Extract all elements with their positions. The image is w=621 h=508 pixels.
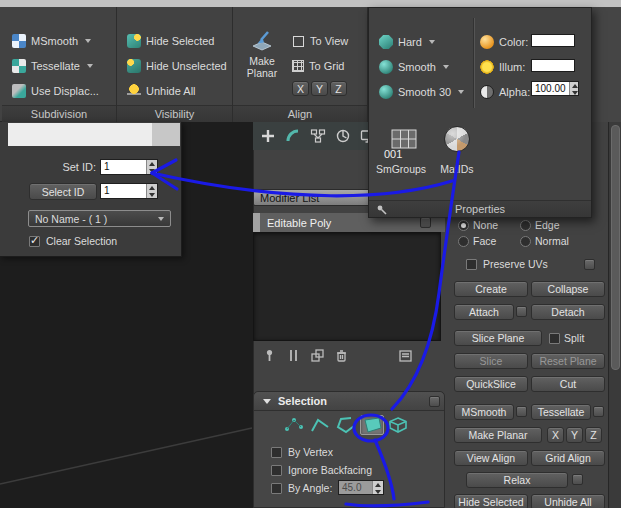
split-checkbox[interactable] xyxy=(549,333,560,344)
motion-tab-icon[interactable] xyxy=(335,128,351,144)
edge-mode-button[interactable] xyxy=(308,415,332,435)
by-angle-checkbox[interactable] xyxy=(271,483,282,494)
collapse-button[interactable]: Collapse xyxy=(531,281,605,297)
select-id-button[interactable]: Select ID xyxy=(29,183,97,200)
tessellate-eg-button[interactable]: Tessellate xyxy=(531,404,591,420)
scrollbar-thumb[interactable] xyxy=(611,125,620,370)
edge-icon xyxy=(309,416,331,434)
align-x-button[interactable]: X xyxy=(292,81,309,96)
object-name-field[interactable]: 001 xyxy=(384,148,402,160)
msmooth-settings-box[interactable] xyxy=(516,406,527,417)
create-button[interactable]: Create xyxy=(454,281,528,297)
to-grid-button[interactable]: To Grid xyxy=(292,56,344,76)
attach-button[interactable]: Attach xyxy=(454,304,514,320)
configure-modifier-sets-icon[interactable] xyxy=(398,348,413,363)
clear-selection-checkbox[interactable] xyxy=(29,236,40,247)
panel-scrollbar[interactable] xyxy=(608,122,621,508)
make-planar-big-button[interactable]: Make Planar xyxy=(238,29,286,105)
constraint-none-radio[interactable] xyxy=(458,220,469,231)
tessellate-ribbon-button[interactable]: Tessellate xyxy=(12,56,93,76)
smooth-button[interactable]: Smooth xyxy=(379,57,449,77)
material-name-dropdown[interactable]: No Name - ( 1 ) xyxy=(28,210,171,227)
slice-plane-button[interactable]: Slice Plane xyxy=(454,330,542,346)
stack-item-settings-box[interactable] xyxy=(420,217,431,228)
preserve-uvs-settings-box[interactable] xyxy=(584,259,595,270)
constraint-normal-radio[interactable] xyxy=(520,236,531,247)
illum-swatch[interactable] xyxy=(531,59,575,72)
smooth-30-button[interactable]: Smooth 30 xyxy=(379,82,464,102)
alpha-field[interactable]: 100.00 xyxy=(531,81,579,96)
msmooth-eg-button[interactable]: MSmooth xyxy=(454,404,514,420)
modify-tab-icon[interactable] xyxy=(285,128,301,144)
cut-button[interactable]: Cut xyxy=(531,376,605,392)
align-y-button[interactable]: Y xyxy=(311,81,328,96)
show-end-result-icon[interactable] xyxy=(286,348,301,363)
unhide-all-ribbon-button[interactable]: Unhide All xyxy=(127,81,196,101)
hard-button[interactable]: Hard xyxy=(379,32,435,52)
set-id-field[interactable]: 1 xyxy=(100,159,158,175)
quickslice-button[interactable]: QuickSlice xyxy=(454,376,528,392)
matids-button[interactable] xyxy=(444,126,470,152)
stack-item-active-toggle[interactable] xyxy=(253,213,260,232)
create-tab-icon[interactable] xyxy=(260,128,276,144)
relax-settings-box[interactable] xyxy=(572,474,583,485)
select-id-field[interactable]: 1 xyxy=(100,183,158,199)
remove-modifier-icon[interactable] xyxy=(334,348,349,363)
unhide-all-eg-button[interactable]: Unhide All xyxy=(531,494,605,508)
detach-button[interactable]: Detach xyxy=(531,304,605,320)
set-id-spinner[interactable] xyxy=(146,160,157,174)
constraint-edge-radio[interactable] xyxy=(520,220,531,231)
material-name-value: No Name - ( 1 ) xyxy=(35,213,156,225)
planar-z-button[interactable]: Z xyxy=(585,427,602,443)
pushpin-icon[interactable] xyxy=(376,204,388,216)
border-mode-button[interactable] xyxy=(334,415,358,435)
by-angle-spinner[interactable] xyxy=(372,481,383,494)
to-view-button[interactable]: To View xyxy=(292,31,348,51)
selection-rollout-header[interactable]: Selection xyxy=(254,392,444,411)
hide-selected-eg-button[interactable]: Hide Selected xyxy=(454,494,528,508)
constraint-none[interactable]: None xyxy=(458,219,498,231)
align-z-button[interactable]: Z xyxy=(330,81,347,96)
planar-x-button[interactable]: X xyxy=(547,427,564,443)
rollout-collapse-icon xyxy=(263,399,271,404)
attach-settings-box[interactable] xyxy=(516,306,527,317)
visibility-section-label: Visibility xyxy=(117,105,232,122)
by-angle-value: 45.0 xyxy=(339,481,372,494)
select-id-spinner[interactable] xyxy=(146,184,157,198)
hierarchy-tab-icon[interactable] xyxy=(310,128,326,144)
use-displace-label: Use Displac... xyxy=(31,85,99,97)
alpha-spinner[interactable] xyxy=(569,82,578,95)
by-vertex-checkbox[interactable] xyxy=(271,447,282,458)
modifier-stack-list[interactable] xyxy=(253,232,441,341)
view-align-button[interactable]: View Align xyxy=(454,450,528,466)
preserve-uvs-checkbox[interactable] xyxy=(466,259,477,270)
make-unique-icon[interactable] xyxy=(310,348,325,363)
relax-button[interactable]: Relax xyxy=(466,472,568,488)
selection-rollout-box[interactable] xyxy=(429,396,440,407)
ignore-backfacing-checkbox[interactable] xyxy=(271,465,282,476)
constraint-face[interactable]: Face xyxy=(458,235,496,247)
constraint-normal[interactable]: Normal xyxy=(520,235,569,247)
grid-align-button[interactable]: Grid Align xyxy=(531,450,605,466)
polygon-mode-button[interactable] xyxy=(360,415,384,435)
element-mode-button[interactable] xyxy=(386,415,410,435)
reset-plane-button[interactable]: Reset Plane xyxy=(531,353,605,369)
msmooth-ribbon-button[interactable]: MSmooth xyxy=(12,31,91,51)
properties-flyout: Hard Smooth Smooth 30 Color: Illum: Alph… xyxy=(368,7,592,218)
planar-y-button[interactable]: Y xyxy=(566,427,583,443)
tessellate-settings-box[interactable] xyxy=(593,406,604,417)
stack-item-label: Editable Poly xyxy=(267,217,331,229)
make-planar-eg-button[interactable]: Make Planar xyxy=(454,427,542,443)
use-displace-ribbon-button[interactable]: Use Displac... xyxy=(12,81,99,101)
by-angle-field[interactable]: 45.0 xyxy=(338,480,384,495)
hide-unselected-ribbon-button[interactable]: Hide Unselected xyxy=(127,56,227,76)
constraint-edge[interactable]: Edge xyxy=(520,219,560,231)
constraint-face-radio[interactable] xyxy=(458,236,469,247)
panel-preview-corner[interactable] xyxy=(152,123,180,146)
color-swatch[interactable] xyxy=(531,34,575,47)
hide-selected-ribbon-button[interactable]: Hide Selected xyxy=(127,31,215,51)
pin-stack-icon[interactable] xyxy=(262,348,277,363)
vertex-mode-button[interactable] xyxy=(282,415,306,435)
slice-button[interactable]: Slice xyxy=(454,353,528,369)
chevron-down-icon xyxy=(458,90,464,94)
